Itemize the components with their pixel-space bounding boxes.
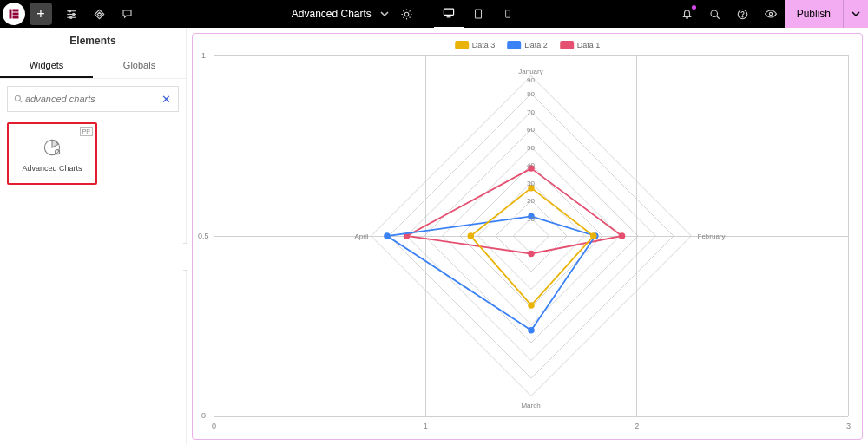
legend-item-data3[interactable]: Data 3: [455, 41, 496, 49]
y-tick: 0.5: [198, 232, 209, 240]
legend-item-data2[interactable]: Data 2: [507, 41, 548, 49]
panel-title: Elements: [0, 28, 186, 54]
chart-container[interactable]: Data 3 Data 2 Data 1 1 0.5 0 0 1 2 3: [192, 33, 863, 440]
svg-point-34: [529, 303, 534, 308]
radar-label-right: February: [697, 232, 725, 239]
rtick: 50: [527, 143, 535, 151]
svg-point-7: [69, 10, 70, 11]
chart-axes: 1 0.5 0 0 1 2 3: [214, 55, 848, 416]
svg-point-30: [529, 327, 534, 332]
rtick: 30: [527, 179, 535, 187]
elements-panel: Elements Widgets Globals ✕ PP Advanced C…: [0, 28, 187, 445]
topbar: + Advanced Charts: [0, 0, 868, 28]
svg-point-23: [55, 150, 59, 154]
rtick: 10: [527, 214, 535, 222]
tab-globals[interactable]: Globals: [93, 54, 186, 78]
tab-widgets[interactable]: Widgets: [0, 54, 93, 78]
svg-line-21: [20, 101, 22, 102]
svg-rect-1: [13, 10, 18, 11]
svg-point-9: [69, 16, 71, 18]
svg-point-35: [468, 233, 473, 239]
widget-badge: PP: [80, 127, 93, 136]
device-mobile[interactable]: [493, 0, 523, 28]
svg-point-20: [15, 95, 20, 101]
svg-point-19: [769, 12, 772, 15]
x-tick: 3: [846, 422, 851, 430]
radar-label-bottom: March: [521, 401, 540, 409]
x-tick: 0: [212, 422, 216, 430]
svg-point-26: [529, 251, 534, 256]
y-tick: 0: [201, 411, 206, 420]
svg-rect-0: [10, 10, 11, 18]
rtick: 60: [527, 125, 535, 133]
rtick: 70: [527, 108, 535, 115]
widget-search[interactable]: ✕: [7, 86, 179, 112]
add-element-button[interactable]: +: [30, 3, 52, 25]
comment-icon[interactable]: [113, 0, 141, 28]
rtick: 90: [527, 75, 535, 83]
x-tick: 1: [424, 422, 428, 430]
notifications-icon[interactable]: [674, 0, 701, 28]
widget-label: Advanced Charts: [22, 164, 82, 173]
svg-point-25: [619, 233, 624, 239]
svg-point-15: [711, 10, 718, 17]
svg-line-16: [717, 16, 720, 18]
preview-icon[interactable]: [757, 0, 785, 28]
svg-point-18: [742, 16, 743, 17]
help-icon[interactable]: [729, 0, 757, 28]
device-desktop[interactable]: [434, 0, 464, 29]
svg-point-8: [72, 13, 74, 15]
radar-label-left: April: [354, 232, 368, 239]
svg-rect-13: [475, 10, 481, 18]
svg-point-31: [385, 233, 390, 239]
widget-search-input[interactable]: [23, 93, 160, 105]
clear-search-icon[interactable]: ✕: [160, 93, 173, 106]
rtick: 80: [527, 89, 535, 97]
search-icon: [13, 94, 23, 104]
chart-legend: Data 3 Data 2 Data 1: [455, 41, 601, 49]
widget-advanced-charts[interactable]: PP Advanced Charts: [7, 122, 97, 185]
settings-sliders-icon[interactable]: [57, 0, 85, 28]
radar-label-top: January: [518, 67, 542, 75]
legend-item-data1[interactable]: Data 1: [560, 41, 601, 49]
chevron-down-icon[interactable]: [380, 10, 389, 18]
svg-rect-2: [13, 13, 18, 15]
page-settings-icon[interactable]: [396, 0, 418, 28]
svg-point-10: [405, 12, 410, 16]
editor-canvas: Data 3 Data 2 Data 1 1 0.5 0 0 1 2 3: [187, 28, 868, 445]
device-tablet[interactable]: [464, 0, 493, 28]
svg-point-33: [590, 233, 595, 239]
chart-pie-icon: [41, 136, 63, 159]
rtick: 20: [527, 196, 535, 204]
structure-icon[interactable]: [85, 0, 113, 28]
x-tick: 2: [635, 422, 639, 430]
svg-rect-3: [13, 16, 18, 18]
elementor-logo[interactable]: [3, 3, 25, 25]
publish-dropdown[interactable]: [843, 0, 868, 28]
page-name[interactable]: Advanced Charts: [292, 8, 372, 20]
publish-button[interactable]: Publish: [785, 0, 843, 28]
svg-rect-11: [444, 9, 453, 15]
y-tick: 1: [201, 51, 206, 60]
svg-rect-14: [505, 10, 510, 17]
search-icon[interactable]: [701, 0, 729, 28]
rtick: 40: [527, 160, 535, 168]
